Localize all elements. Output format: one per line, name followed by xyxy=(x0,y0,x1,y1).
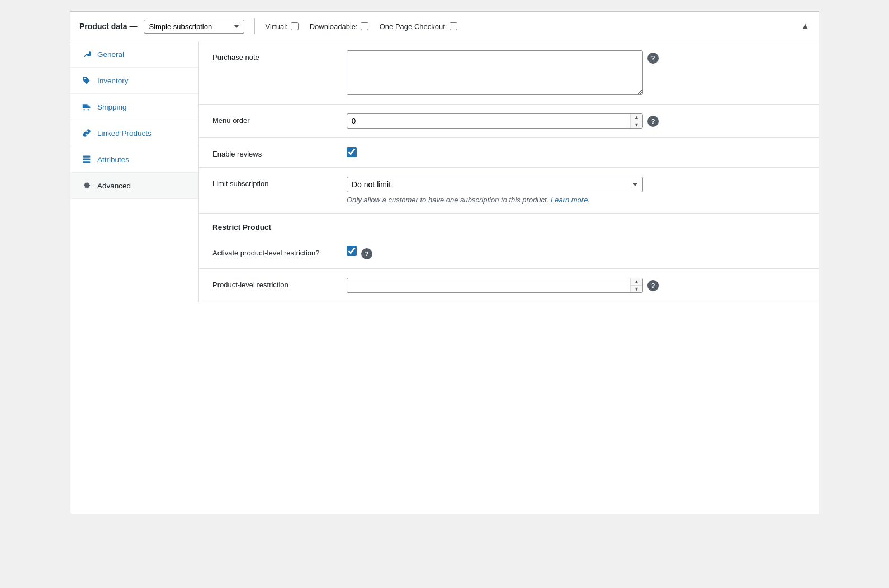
main-content: Purchase note ? Menu order ▲ ▼ xyxy=(199,41,819,302)
panel-title: Product data — xyxy=(79,22,137,31)
product-type-select[interactable]: Simple subscription Simple product Varia… xyxy=(144,20,244,34)
svg-rect-0 xyxy=(83,156,91,158)
product-restriction-spinners: ▲ ▼ xyxy=(630,278,642,292)
header-checkbox-group: Virtual: Downloadable: One Page Checkout… xyxy=(265,22,457,31)
menu-order-input-wrap: ▲ ▼ xyxy=(347,113,643,129)
purchase-note-row: Purchase note ? xyxy=(199,41,819,105)
sidebar-shipping-label: Shipping xyxy=(97,103,127,111)
truck-icon xyxy=(82,102,92,112)
sidebar-item-inventory[interactable]: Inventory xyxy=(70,68,198,94)
product-level-restriction-row: Product-level restriction ▲ ▼ ? xyxy=(199,269,819,302)
limit-subscription-description: Only allow a customer to have one subscr… xyxy=(347,196,643,204)
virtual-label: Virtual: xyxy=(265,22,287,31)
one-page-checkout-text: One Page Checkout: xyxy=(380,22,447,31)
sidebar-general-label: General xyxy=(97,50,124,59)
svg-rect-1 xyxy=(83,158,91,160)
activate-restriction-label: Activate product-level restriction? xyxy=(212,246,335,257)
limit-subscription-content: Do not limit Limit to one active subscri… xyxy=(347,177,805,204)
virtual-checkbox-label[interactable]: Virtual: xyxy=(265,22,298,31)
product-level-restriction-label: Product-level restriction xyxy=(212,278,335,289)
purchase-note-content: ? xyxy=(347,50,805,95)
product-level-restriction-content: ▲ ▼ ? xyxy=(347,278,805,293)
restrict-product-heading: Restrict Product xyxy=(199,214,819,237)
one-page-checkout-checkbox[interactable] xyxy=(450,22,457,30)
sidebar-linked-products-label: Linked Products xyxy=(97,129,152,137)
sidebar-item-shipping[interactable]: Shipping xyxy=(70,94,198,120)
menu-order-spinners: ▲ ▼ xyxy=(630,114,642,128)
activate-restriction-row: Activate product-level restriction? ? xyxy=(199,237,819,269)
panel-body: General Inventory Shipping xyxy=(70,41,819,302)
limit-subscription-select[interactable]: Do not limit Limit to one active subscri… xyxy=(347,177,643,192)
product-data-panel: Product data — Simple subscription Simpl… xyxy=(70,11,819,514)
downloadable-label: Downloadable: xyxy=(310,22,358,31)
enable-reviews-checkbox[interactable] xyxy=(347,147,357,157)
product-level-restriction-help-icon[interactable]: ? xyxy=(647,280,659,291)
activate-restriction-help-icon[interactable]: ? xyxy=(361,248,372,259)
table-icon xyxy=(82,154,92,164)
sidebar-inventory-label: Inventory xyxy=(97,77,129,85)
limit-subscription-col: Do not limit Limit to one active subscri… xyxy=(347,177,643,204)
product-restriction-up[interactable]: ▲ xyxy=(631,278,642,286)
menu-order-down[interactable]: ▼ xyxy=(631,121,642,128)
restrict-product-section: Restrict Product Activate product-level … xyxy=(199,214,819,302)
sidebar-advanced-label: Advanced xyxy=(97,182,131,190)
link-icon xyxy=(82,128,92,138)
activate-restriction-checkbox[interactable] xyxy=(347,246,357,256)
sidebar-item-advanced[interactable]: Advanced xyxy=(70,173,198,199)
product-level-restriction-input[interactable] xyxy=(347,278,643,293)
collapse-button[interactable]: ▲ xyxy=(801,21,810,31)
enable-reviews-content xyxy=(347,147,805,157)
sidebar: General Inventory Shipping xyxy=(70,41,199,302)
learn-more-link[interactable]: Learn more xyxy=(551,196,588,204)
menu-order-help-icon[interactable]: ? xyxy=(647,116,659,127)
svg-rect-2 xyxy=(83,161,91,163)
sidebar-item-linked-products[interactable]: Linked Products xyxy=(70,120,198,146)
sidebar-item-general[interactable]: General xyxy=(70,41,198,68)
virtual-checkbox[interactable] xyxy=(291,22,299,30)
enable-reviews-label: Enable reviews xyxy=(212,147,335,158)
menu-order-input[interactable] xyxy=(347,113,643,129)
product-level-restriction-input-wrap: ▲ ▼ xyxy=(347,278,643,293)
limit-subscription-label: Limit subscription xyxy=(212,177,335,188)
downloadable-checkbox-label[interactable]: Downloadable: xyxy=(310,22,368,31)
header-divider xyxy=(254,18,255,34)
menu-order-label: Menu order xyxy=(212,113,335,125)
menu-order-row: Menu order ▲ ▼ ? xyxy=(199,105,819,138)
wrench-icon xyxy=(82,49,92,59)
product-restriction-down[interactable]: ▼ xyxy=(631,286,642,292)
enable-reviews-row: Enable reviews xyxy=(199,138,819,168)
sidebar-item-attributes[interactable]: Attributes xyxy=(70,146,198,173)
menu-order-content: ▲ ▼ ? xyxy=(347,113,805,129)
purchase-note-label: Purchase note xyxy=(212,50,335,61)
purchase-note-help-icon[interactable]: ? xyxy=(647,53,659,64)
gear-icon xyxy=(82,181,92,191)
sidebar-attributes-label: Attributes xyxy=(97,155,129,164)
downloadable-checkbox[interactable] xyxy=(361,22,368,30)
purchase-note-textarea[interactable] xyxy=(347,50,643,95)
panel-header: Product data — Simple subscription Simpl… xyxy=(70,12,819,41)
activate-restriction-content: ? xyxy=(347,246,805,259)
one-page-checkout-label[interactable]: One Page Checkout: xyxy=(380,22,458,31)
menu-order-up[interactable]: ▲ xyxy=(631,114,642,121)
tag-icon xyxy=(82,75,92,86)
limit-subscription-row: Limit subscription Do not limit Limit to… xyxy=(199,168,819,214)
